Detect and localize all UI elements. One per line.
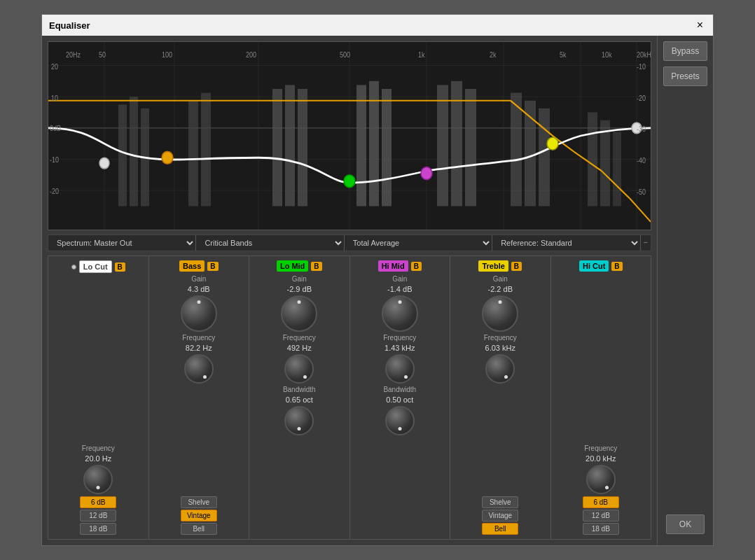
svg-rect-21 — [285, 85, 295, 206]
lo-mid-freq-value: 492 Hz — [287, 344, 312, 352]
band-hi-mid-header: Hi Mid B — [378, 260, 422, 272]
hi-mid-freq-knob[interactable] — [385, 354, 415, 384]
bass-shelve-button[interactable]: Shelve — [181, 496, 217, 508]
band-lo-cut: Lo Cut B Frequency 20.0 Hz 6 dB 12 dB 18… — [48, 256, 149, 539]
equaliser-window: Equaliser × — [41, 14, 714, 546]
hi-mid-bw-knob[interactable] — [385, 406, 415, 435]
hi-mid-freq-label: Frequency — [383, 334, 416, 342]
svg-text:500: 500 — [340, 51, 350, 59]
bypass-button[interactable]: Bypass — [663, 41, 707, 61]
content-area: 20 10 0dB -10 -20 -10 -20 -30 -40 -50 20… — [42, 36, 657, 545]
lo-mid-freq-label: Frequency — [283, 334, 316, 342]
svg-text:1k: 1k — [418, 51, 425, 59]
ok-area: OK — [663, 509, 707, 540]
svg-rect-29 — [511, 93, 522, 206]
treble-shelve-button[interactable]: Shelve — [482, 496, 518, 508]
hi-mid-gain-value: -1.4 dB — [387, 285, 412, 293]
svg-text:20Hz: 20Hz — [66, 51, 81, 59]
hi-mid-freq-value: 1.43 kHz — [385, 344, 415, 352]
svg-text:0dB: 0dB — [50, 125, 61, 133]
svg-text:-30: -30 — [637, 125, 646, 134]
svg-rect-15 — [118, 104, 127, 206]
hi-cut-freq-knob[interactable] — [586, 465, 616, 494]
lo-mid-freq-knob[interactable] — [284, 354, 314, 384]
bands-container: Lo Cut B Frequency 20.0 Hz 6 dB 12 dB 18… — [48, 255, 651, 540]
bass-freq-knob[interactable] — [184, 354, 214, 384]
svg-rect-26 — [437, 85, 448, 206]
svg-rect-18 — [188, 101, 198, 206]
hi-cut-12db-button[interactable]: 12 dB — [583, 510, 619, 522]
treble-freq-label: Frequency — [484, 334, 517, 342]
svg-point-46 — [421, 167, 432, 180]
svg-rect-32 — [588, 113, 597, 206]
treble-freq-knob[interactable] — [485, 354, 515, 384]
eq-display: 20 10 0dB -10 -20 -10 -20 -30 -40 -50 20… — [48, 41, 651, 230]
hi-mid-gain-label: Gain — [392, 275, 407, 283]
bass-mode-buttons: Shelve Vintage Bell — [152, 496, 247, 535]
presets-button[interactable]: Presets — [663, 66, 707, 86]
svg-point-43 — [99, 158, 109, 169]
svg-text:20: 20 — [51, 63, 58, 71]
lo-cut-freq-knob[interactable] — [83, 465, 113, 494]
lo-mid-gain-knob[interactable] — [281, 295, 317, 332]
hi-cut-18db-button[interactable]: 18 dB — [583, 523, 619, 535]
svg-rect-33 — [600, 120, 610, 206]
eq-spectrum-svg: 20 10 0dB -10 -20 -10 -20 -30 -40 -50 20… — [48, 42, 651, 230]
reference-dropdown[interactable]: Reference: Standard — [492, 235, 640, 251]
hi-mid-label: Hi Mid — [378, 260, 408, 272]
treble-gain-knob[interactable] — [482, 295, 518, 332]
hi-cut-6db-button[interactable]: 6 dB — [583, 496, 619, 508]
band-hi-mid: Hi Mid B Gain -1.4 dB Frequency 1.43 kHz… — [350, 256, 451, 539]
band-hi-cut: Hi Cut B Frequency 20.0 kHz 6 dB 12 dB 1… — [551, 256, 651, 539]
avg-dropdown[interactable]: Total Average — [345, 235, 492, 251]
spectrum-dropdown[interactable]: Spectrum: Master Out — [48, 235, 196, 251]
ok-button[interactable]: OK — [666, 514, 705, 534]
treble-label: Treble — [478, 260, 508, 272]
bass-vintage-button[interactable]: Vintage — [181, 510, 217, 522]
band-lo-mid-header: Lo Mid B — [277, 260, 322, 272]
svg-text:5k: 5k — [560, 51, 567, 59]
svg-rect-31 — [539, 108, 550, 206]
treble-gain-value: -2.2 dB — [488, 285, 513, 293]
lo-cut-b-button[interactable]: B — [115, 262, 125, 272]
treble-bell-button[interactable]: Bell — [482, 523, 518, 535]
treble-b-button[interactable]: B — [511, 262, 522, 271]
bass-gain-value: 4.3 dB — [188, 285, 210, 293]
lo-cut-18db-button[interactable]: 18 dB — [80, 523, 116, 535]
hi-mid-b-button[interactable]: B — [411, 262, 422, 271]
svg-rect-22 — [298, 89, 307, 206]
lo-cut-12db-button[interactable]: 12 dB — [80, 510, 116, 522]
svg-rect-28 — [465, 89, 476, 206]
hi-mid-bw-value: 0.50 oct — [386, 396, 413, 404]
hi-cut-freq-label: Frequency — [584, 444, 617, 452]
hi-cut-label: Hi Cut — [579, 260, 609, 272]
lo-cut-6db-button[interactable]: 6 dB — [80, 496, 116, 508]
bass-b-button[interactable]: B — [207, 262, 218, 271]
lo-mid-gain-label: Gain — [292, 275, 307, 283]
lo-mid-gain-value: -2.9 dB — [287, 285, 312, 293]
bass-gain-knob[interactable] — [181, 295, 217, 332]
hi-cut-b-button[interactable]: B — [611, 262, 622, 271]
bass-label: Bass — [179, 260, 205, 272]
svg-text:100: 100 — [162, 51, 172, 59]
lo-cut-mode-buttons: 6 dB 12 dB 18 dB — [51, 496, 146, 535]
hi-cut-mode-buttons: 6 dB 12 dB 18 dB — [554, 496, 649, 535]
right-panel: Bypass Presets OK — [657, 36, 713, 545]
svg-text:10: 10 — [51, 94, 58, 102]
bass-bell-button[interactable]: Bell — [181, 523, 217, 535]
lo-mid-b-button[interactable]: B — [311, 262, 321, 271]
lo-mid-bw-knob[interactable] — [284, 406, 314, 435]
close-button[interactable]: × — [694, 19, 706, 31]
svg-text:-40: -40 — [637, 157, 646, 165]
svg-point-45 — [344, 175, 355, 188]
hi-mid-gain-knob[interactable] — [382, 295, 418, 332]
lo-cut-indicator — [71, 265, 76, 270]
svg-text:20kHz: 20kHz — [637, 51, 651, 59]
band-lo-mid: Lo Mid B Gain -2.9 dB Frequency 492 Hz B… — [249, 256, 350, 539]
svg-rect-20 — [272, 89, 282, 206]
svg-rect-16 — [130, 97, 138, 206]
svg-rect-25 — [382, 89, 392, 206]
svg-text:-20: -20 — [637, 94, 646, 102]
treble-vintage-button[interactable]: Vintage — [482, 510, 518, 522]
bands-dropdown[interactable]: Critical Bands — [196, 235, 344, 251]
